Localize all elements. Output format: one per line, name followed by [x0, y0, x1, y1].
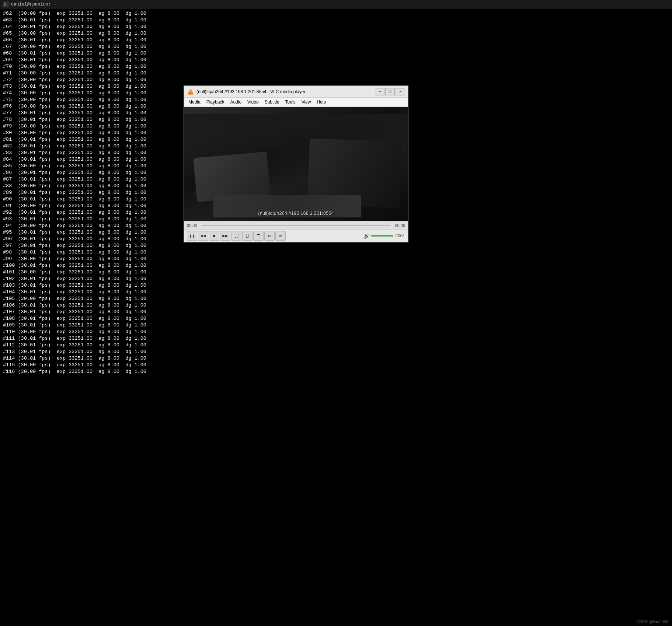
vlc-menu-view[interactable]: View: [299, 98, 314, 106]
vlc-loop-button[interactable]: ↺: [264, 231, 275, 241]
vlc-seekbar[interactable]: [202, 225, 390, 226]
terminal-title-text: daniel@rpanion: ~: [11, 1, 56, 8]
vlc-video-area: (null)tcp/h264://192.168.1.201:8554: [184, 107, 408, 221]
vlc-time-elapsed: 00:00: [187, 223, 199, 228]
terminal-titlebar: $ daniel@rpanion: ~: [0, 0, 672, 9]
watermark: CSDN @lida2003: [636, 619, 668, 624]
vlc-pause-button[interactable]: ▮▮: [187, 231, 197, 241]
vlc-progress-bar-container[interactable]: 00:00 00:00: [184, 221, 408, 229]
vlc-menu-playback[interactable]: Playback: [203, 98, 227, 106]
vlc-video-content: [184, 107, 408, 221]
vlc-volume-icon: 🔊: [363, 233, 370, 239]
vlc-minimize-button[interactable]: −: [375, 88, 384, 95]
vlc-playlist-button[interactable]: ☰: [253, 231, 264, 241]
svg-text:$: $: [4, 3, 6, 7]
vlc-window: (null)tcp/h264://192.168.1.201:8554 - VL…: [184, 85, 408, 242]
vlc-stream-url-label: (null)tcp/h264://192.168.1.201:8554: [258, 210, 334, 216]
vlc-volume-label: 100%: [395, 234, 405, 238]
vlc-time-total: 00:00: [393, 223, 405, 228]
vlc-menu-help[interactable]: Help: [314, 98, 329, 106]
svg-rect-3: [189, 93, 192, 94]
vlc-extended-settings-button[interactable]: ⎕: [242, 231, 253, 241]
vlc-random-button[interactable]: ⇄: [275, 231, 286, 241]
vlc-logo-icon: [187, 88, 194, 95]
vlc-next-button[interactable]: ▶▶: [220, 231, 230, 241]
vlc-close-button[interactable]: ✕: [396, 88, 405, 95]
vlc-maximize-button[interactable]: □: [385, 88, 395, 95]
vlc-title: (null)tcp/h264://192.168.1.201:8554 - VL…: [196, 89, 375, 94]
vlc-menu-subtitle[interactable]: Subtitle: [262, 98, 282, 106]
vlc-menu-media[interactable]: Media: [185, 98, 203, 106]
vlc-volume-slider[interactable]: [371, 235, 393, 237]
vlc-controls-bar: ▮▮ ◀◀ ■ ▶▶ ⛶ ⎕ ☰ ↺ ⇄ 🔊 100%: [184, 229, 408, 242]
vlc-menu-audio[interactable]: Audio: [227, 98, 244, 106]
vlc-fullscreen-button[interactable]: ⛶: [231, 231, 241, 241]
svg-point-4: [190, 90, 191, 91]
vlc-menu-video[interactable]: Video: [244, 98, 261, 106]
vlc-prev-button[interactable]: ◀◀: [198, 231, 208, 241]
vlc-stop-button[interactable]: ■: [209, 231, 219, 241]
vlc-menubar: Media Playback Audio Video Subtitle Tool…: [184, 98, 408, 107]
terminal-icon: $: [3, 1, 9, 7]
vlc-menu-tools[interactable]: Tools: [282, 98, 299, 106]
terminal-output: #62 (30.00 fps) exp 33251.00 ag 8.00 dg …: [0, 9, 149, 377]
vlc-window-controls[interactable]: − □ ✕: [375, 88, 405, 95]
vlc-volume-area: 🔊 100%: [363, 233, 405, 239]
vlc-volume-fill: [371, 235, 393, 237]
vlc-titlebar[interactable]: (null)tcp/h264://192.168.1.201:8554 - VL…: [184, 86, 408, 98]
